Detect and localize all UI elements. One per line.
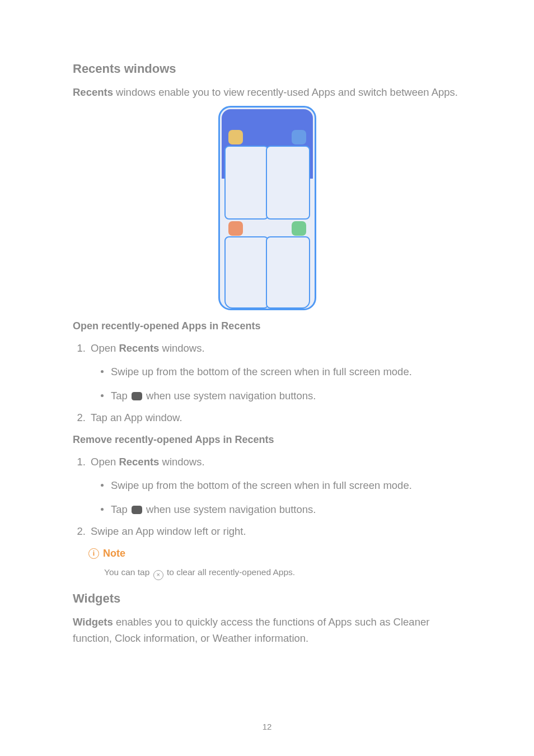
- bullet-list: Swipe up from the bottom of the screen w…: [91, 363, 461, 404]
- text: Open: [91, 456, 119, 468]
- text-strong: Recents: [119, 456, 159, 468]
- text: to clear all recently-opened Apps.: [165, 567, 296, 577]
- phone-frame: [218, 106, 316, 310]
- note-box: i Note You can tap × to clear all recent…: [88, 548, 461, 580]
- list-item: Swipe an App window left or right.: [88, 523, 461, 540]
- clear-all-icon: ×: [153, 570, 163, 580]
- text: enables you to quickly access the functi…: [73, 616, 429, 644]
- recents-card: [266, 146, 310, 220]
- text: Open: [91, 342, 119, 354]
- text: windows enable you to view recently-used…: [113, 86, 458, 98]
- figure-recents-illustration: [73, 106, 461, 310]
- text: Tap: [111, 503, 130, 515]
- paragraph: Widgets enables you to quickly access th…: [73, 614, 461, 646]
- list-item: Swipe up from the bottom of the screen w…: [101, 363, 461, 380]
- recents-card: [224, 146, 269, 220]
- ordered-list: Open Recents windows. Swipe up from the …: [73, 454, 461, 540]
- recents-card: [224, 236, 269, 309]
- heading-widgets: Widgets: [73, 591, 461, 606]
- list-item: Tap an App window.: [88, 409, 461, 426]
- heading-open-recents: Open recently-opened Apps in Recents: [73, 320, 461, 332]
- note-body: You can tap × to clear all recently-open…: [104, 566, 461, 580]
- list-item: Open Recents windows. Swipe up from the …: [88, 340, 461, 404]
- text-strong: Widgets: [73, 616, 113, 628]
- app-icon-4: [292, 221, 306, 236]
- list-item: Tap when use system navigation buttons.: [101, 388, 461, 404]
- text: You can tap: [104, 567, 152, 577]
- text: when use system navigation buttons.: [143, 503, 316, 515]
- recents-nav-button-icon: [132, 392, 142, 400]
- list-item: Open Recents windows. Swipe up from the …: [88, 454, 461, 517]
- heading-remove-recents: Remove recently-opened Apps in Recents: [73, 434, 461, 446]
- text-strong: Recents: [73, 86, 113, 98]
- heading-recents-windows: Recents windows: [73, 62, 461, 76]
- text: when use system navigation buttons.: [143, 390, 316, 402]
- info-icon: i: [88, 548, 99, 559]
- list-item: Swipe up from the bottom of the screen w…: [101, 477, 461, 493]
- text: Tap: [111, 390, 130, 402]
- app-icon-1: [228, 130, 243, 144]
- app-icon-3: [228, 221, 243, 236]
- text: windows.: [159, 456, 204, 468]
- page-number: 12: [0, 722, 534, 731]
- recents-card: [266, 236, 310, 309]
- app-icon-2: [292, 130, 306, 144]
- note-heading: i Note: [88, 548, 461, 559]
- paragraph: Recents windows enable you to view recen…: [73, 84, 461, 100]
- bullet-list: Swipe up from the bottom of the screen w…: [91, 477, 461, 517]
- ordered-list: Open Recents windows. Swipe up from the …: [73, 340, 461, 426]
- recents-nav-button-icon: [132, 506, 142, 514]
- note-label: Note: [103, 548, 125, 559]
- text-strong: Recents: [119, 342, 159, 354]
- text: windows.: [159, 342, 204, 354]
- list-item: Tap when use system navigation buttons.: [101, 501, 461, 517]
